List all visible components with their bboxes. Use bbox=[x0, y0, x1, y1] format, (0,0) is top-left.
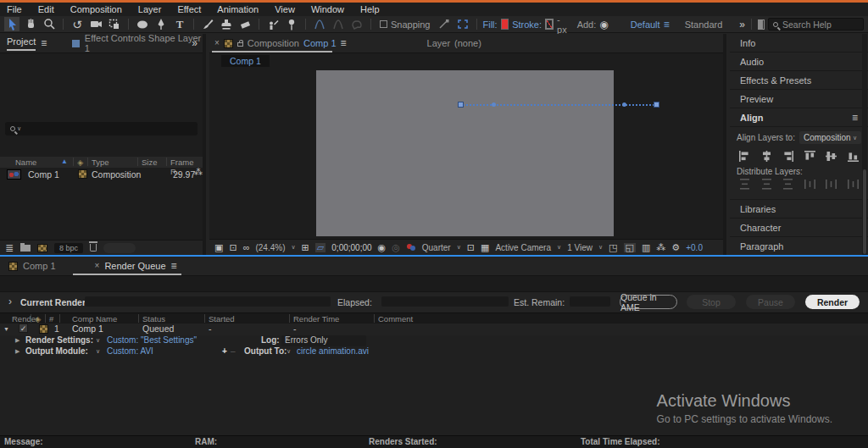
panel-overflow-icon[interactable]: » bbox=[192, 38, 198, 48]
tab-effect-controls[interactable]: Effect Controls Shape Layer 1 bbox=[85, 33, 203, 53]
snap-bounds-icon[interactable] bbox=[455, 17, 470, 31]
add-output-icon[interactable]: + bbox=[222, 346, 227, 356]
primary-viewer-icon[interactable]: ⊡ bbox=[229, 243, 236, 252]
region-of-interest-icon[interactable]: ⊡ bbox=[467, 243, 475, 252]
menu-edit[interactable]: Edit bbox=[38, 4, 54, 14]
panel-character[interactable]: Character bbox=[730, 218, 868, 237]
stroke-label[interactable]: Stroke: bbox=[512, 19, 542, 30]
panel-paragraph[interactable]: Paragraph bbox=[730, 237, 868, 256]
column-comp-name[interactable]: Comp Name bbox=[72, 314, 117, 324]
stroke-width-value[interactable]: - px bbox=[557, 14, 567, 35]
project-item-row[interactable]: Comp 1 Composition 29.97 ⁂ bbox=[0, 169, 203, 182]
column-type[interactable]: Type bbox=[92, 158, 109, 167]
workspace-standard-tab[interactable]: Standard bbox=[685, 19, 723, 30]
timeline-icon[interactable]: ▥ bbox=[642, 243, 650, 252]
close-tab-icon[interactable]: × bbox=[214, 39, 220, 47]
reset-exposure-icon[interactable]: ⚙ bbox=[671, 243, 680, 252]
magnification-value[interactable]: (24.4%) bbox=[255, 243, 285, 252]
project-panel-menu-icon[interactable]: ≡ bbox=[41, 38, 47, 48]
menu-window[interactable]: Window bbox=[311, 4, 344, 14]
panel-preview[interactable]: Preview bbox=[730, 90, 868, 108]
align-target-dropdown[interactable]: Composition ∨ bbox=[799, 131, 861, 144]
channel-colors-icon[interactable] bbox=[406, 243, 416, 252]
delete-item-icon[interactable] bbox=[90, 244, 97, 252]
render-item-disclosure-icon[interactable]: ▼ bbox=[3, 326, 9, 332]
layer-tab-label[interactable]: Layer bbox=[427, 38, 451, 48]
panel-effects-presets[interactable]: Effects & Presets bbox=[730, 71, 868, 90]
project-search-box[interactable]: ∨ bbox=[5, 122, 198, 136]
fill-label[interactable]: Fill: bbox=[483, 19, 498, 30]
pan-behind-tool-icon[interactable] bbox=[107, 17, 122, 31]
column-status[interactable]: Status bbox=[142, 314, 165, 324]
path-vertex-1[interactable] bbox=[492, 102, 496, 107]
add-shape-icon[interactable]: ◉ bbox=[599, 19, 608, 30]
path-handle-right[interactable] bbox=[654, 102, 659, 108]
log-dropdown[interactable]: Errors Only ∨ bbox=[281, 335, 366, 346]
align-center-vertical-icon[interactable] bbox=[825, 151, 837, 163]
composition-tab-comp-name[interactable]: Comp 1 bbox=[303, 38, 337, 48]
path-handle-left[interactable] bbox=[458, 102, 464, 108]
close-render-queue-icon[interactable]: × bbox=[95, 262, 100, 270]
sort-ascending-icon[interactable]: ▲ bbox=[61, 158, 68, 165]
composition-canvas[interactable] bbox=[316, 70, 614, 236]
tab-comp-1[interactable]: Comp 1 bbox=[23, 261, 56, 271]
selection-tool-icon[interactable] bbox=[4, 17, 19, 31]
column-label-icon[interactable]: ◈ bbox=[35, 314, 41, 324]
align-top-icon[interactable] bbox=[804, 151, 816, 163]
interpret-footage-icon[interactable]: ≣ bbox=[5, 243, 14, 253]
shape-tool-icon[interactable] bbox=[135, 17, 150, 31]
panel-info[interactable]: Info bbox=[730, 34, 868, 53]
camera-tool-icon[interactable] bbox=[88, 17, 103, 31]
tab-project[interactable]: Project bbox=[7, 36, 36, 51]
search-help-input[interactable] bbox=[782, 19, 859, 30]
puppet-pin-tool-icon[interactable] bbox=[284, 17, 299, 31]
menu-effect[interactable]: Effect bbox=[177, 4, 201, 14]
type-tool-icon[interactable]: T bbox=[172, 17, 187, 31]
output-to-chevron-icon[interactable]: ∨ bbox=[287, 348, 291, 355]
clone-stamp-tool-icon[interactable] bbox=[219, 17, 234, 31]
render-button[interactable]: Render bbox=[805, 295, 860, 309]
column-size[interactable]: Size bbox=[142, 158, 157, 167]
brush-tool-icon[interactable] bbox=[200, 17, 215, 31]
output-to-value[interactable]: circle animation.avi bbox=[297, 346, 369, 356]
view-layout-value[interactable]: 1 View bbox=[567, 243, 593, 252]
composition-tab-label[interactable]: Composition bbox=[248, 38, 299, 48]
flowchart-icon[interactable]: ⁂ bbox=[656, 243, 665, 252]
snapping-toggle[interactable]: Snapping bbox=[380, 19, 431, 30]
current-render-twirl-icon[interactable]: › bbox=[8, 296, 12, 307]
stereo-glasses-icon[interactable]: ∞ bbox=[243, 243, 250, 252]
composition-viewport[interactable] bbox=[209, 68, 723, 239]
breadcrumb-comp-button[interactable]: Comp 1 bbox=[221, 55, 270, 67]
grid-guides-icon[interactable]: ▱ bbox=[315, 243, 326, 252]
stroke-color-swatch[interactable] bbox=[545, 19, 554, 30]
output-module-chevron-icon[interactable]: ∨ bbox=[96, 348, 100, 355]
align-right-icon[interactable] bbox=[782, 151, 794, 163]
render-item-comp-name[interactable]: Comp 1 bbox=[72, 324, 103, 334]
menu-view[interactable]: View bbox=[275, 4, 295, 14]
ruler-icon[interactable]: ⊞ bbox=[302, 243, 309, 252]
camera-chevron-icon[interactable]: ∨ bbox=[557, 244, 561, 251]
timecode-value[interactable]: 0;00;00;00 bbox=[331, 243, 371, 252]
camera-view-value[interactable]: Active Camera bbox=[495, 243, 551, 252]
workspace-menu-icon[interactable]: ≡ bbox=[664, 19, 670, 30]
align-panel-menu-icon[interactable]: ≡ bbox=[852, 113, 858, 123]
share-view-icon[interactable]: ◳ bbox=[609, 243, 617, 252]
align-center-horizontal-icon[interactable] bbox=[760, 151, 773, 163]
render-settings-chevron-icon[interactable]: ∨ bbox=[96, 337, 100, 344]
output-module-value[interactable]: Custom: AVI bbox=[107, 346, 153, 356]
tab-render-queue[interactable]: Render Queue bbox=[104, 261, 165, 271]
hand-tool-icon[interactable] bbox=[23, 17, 38, 31]
queue-in-ame-button[interactable]: Queue in AME bbox=[620, 295, 677, 309]
render-item-checkbox[interactable]: ✓ bbox=[19, 324, 28, 333]
roto-brush-tool-icon[interactable] bbox=[265, 17, 281, 31]
menu-layer[interactable]: Layer bbox=[138, 4, 162, 14]
panel-align-header[interactable]: Align ≡ bbox=[730, 108, 868, 127]
fill-color-swatch[interactable] bbox=[501, 19, 509, 30]
exposure-value[interactable]: +0.0 bbox=[686, 243, 703, 252]
pixel-aspect-icon[interactable]: ◱ bbox=[624, 243, 636, 252]
new-composition-icon[interactable] bbox=[37, 244, 47, 252]
pen-tool-icon[interactable] bbox=[153, 17, 169, 31]
always-preview-icon[interactable]: ▣ bbox=[214, 243, 223, 252]
workspace-overflow-icon[interactable]: » bbox=[739, 19, 745, 30]
column-number[interactable]: # bbox=[49, 314, 53, 324]
